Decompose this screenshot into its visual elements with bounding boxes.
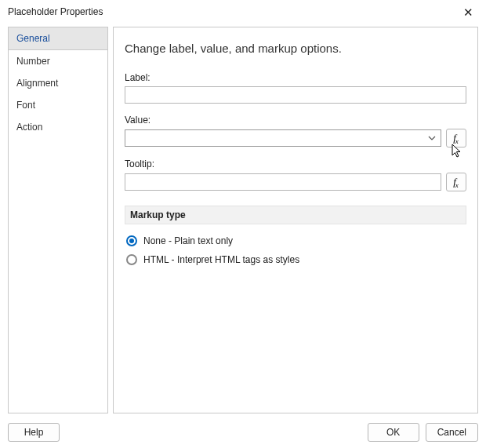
markup-type-header: Markup type: [125, 206, 466, 224]
sidebar-item-alignment[interactable]: Alignment: [9, 72, 107, 94]
radio-label: None - Plain text only: [143, 235, 233, 246]
sidebar-item-general[interactable]: General: [9, 27, 107, 50]
tooltip-expression-button[interactable]: fx: [446, 173, 466, 191]
value-caption: Value:: [125, 115, 466, 126]
sidebar-item-action[interactable]: Action: [9, 116, 107, 138]
button-label: Cancel: [437, 427, 466, 438]
value-dropdown[interactable]: [125, 129, 441, 147]
dialog-window: Placeholder Properties ✕ General Number …: [0, 0, 486, 448]
title-bar: Placeholder Properties ✕: [0, 0, 486, 24]
button-label: Help: [24, 427, 44, 438]
markup-option-html[interactable]: HTML - Interpret HTML tags as styles: [125, 251, 466, 270]
ok-button[interactable]: OK: [368, 423, 419, 442]
close-icon[interactable]: ✕: [459, 3, 478, 21]
sidebar-item-label: Alignment: [16, 78, 58, 89]
sidebar-item-font[interactable]: Font: [9, 94, 107, 116]
chevron-down-icon: [426, 133, 437, 144]
sidebar-item-number[interactable]: Number: [9, 50, 107, 72]
radio-label: HTML - Interpret HTML tags as styles: [143, 254, 299, 265]
label-caption: Label:: [125, 72, 466, 83]
radio-icon: [126, 254, 137, 265]
value-expression-button[interactable]: fx: [446, 129, 466, 148]
sidebar-item-label: General: [16, 33, 50, 44]
general-panel: Change label, value, and markup options.…: [113, 27, 478, 413]
window-title: Placeholder Properties: [8, 6, 103, 17]
tooltip-caption: Tooltip:: [125, 158, 466, 169]
markup-option-none[interactable]: None - Plain text only: [125, 232, 466, 251]
field-value-group: Value: fx: [125, 115, 466, 148]
sidebar-item-label: Font: [16, 100, 35, 111]
field-label-group: Label:: [125, 72, 466, 104]
radio-icon: [126, 235, 137, 246]
sidebar: General Number Alignment Font Action: [8, 27, 108, 413]
cancel-button[interactable]: Cancel: [426, 423, 478, 442]
sidebar-item-label: Number: [16, 56, 50, 67]
dialog-footer: Help OK Cancel: [8, 423, 478, 442]
fx-icon: fx: [453, 132, 459, 144]
tooltip-input[interactable]: [125, 173, 441, 191]
help-button[interactable]: Help: [8, 423, 60, 442]
label-input[interactable]: [125, 86, 466, 104]
dialog-body: General Number Alignment Font Action Cha…: [8, 27, 478, 413]
panel-title: Change label, value, and markup options.: [125, 42, 466, 55]
button-label: OK: [386, 427, 400, 438]
fx-icon: fx: [453, 176, 459, 188]
sidebar-item-label: Action: [16, 122, 42, 133]
field-tooltip-group: Tooltip: fx: [125, 158, 466, 191]
